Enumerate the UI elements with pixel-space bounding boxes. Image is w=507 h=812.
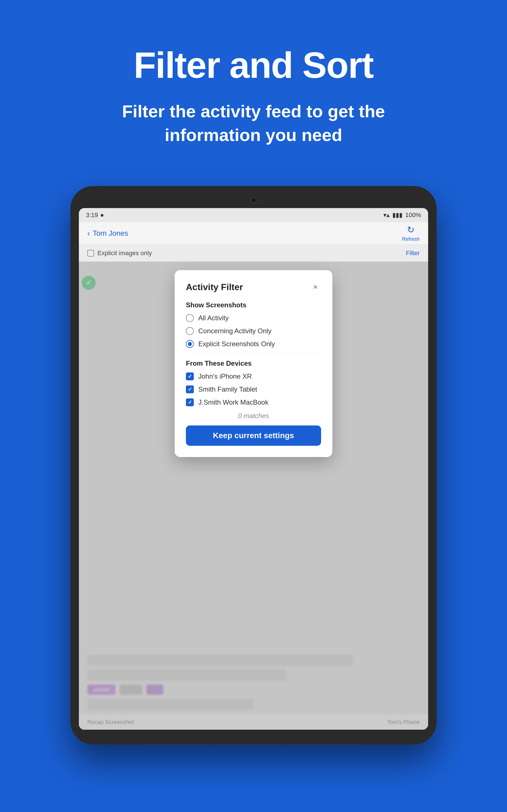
tablet-device: 3:19 ● ▾▴ ▮▮▮ 100% ‹ Tom Jones ↻ Refresh (70, 186, 437, 744)
close-icon: × (313, 283, 318, 292)
status-bar-left: 3:19 ● (86, 211, 104, 219)
filter-label: Filter (406, 250, 420, 257)
modal-overlay: Activity Filter × Show Screenshots All A… (79, 262, 428, 730)
tablet-screen: 3:19 ● ▾▴ ▮▮▮ 100% ‹ Tom Jones ↻ Refresh (79, 208, 428, 730)
filter-bar: Explicit images only Filter (79, 245, 428, 262)
matches-text: 0 matches (186, 412, 321, 420)
battery-level: 100% (405, 211, 421, 219)
wifi-icon: ▾▴ (383, 211, 390, 219)
radio-option-all-activity[interactable]: All Activity (186, 314, 321, 322)
radio-explicit-label: Explicit Screenshots Only (198, 340, 275, 348)
checkbox-macbook[interactable] (186, 398, 194, 406)
filter-bar-left: Explicit images only (87, 250, 152, 257)
show-screenshots-label: Show Screenshots (186, 301, 321, 309)
checkbox-iphone[interactable] (186, 372, 194, 380)
modal-header: Activity Filter × (186, 282, 321, 293)
device-iphone-label: John's iPhone XR (198, 372, 252, 380)
filter-button[interactable]: Filter (406, 250, 420, 257)
back-chevron-icon: ‹ (87, 229, 90, 238)
device-option-macbook[interactable]: J.Smith Work MacBook (186, 398, 321, 406)
nav-refresh-button[interactable]: ↻ Refresh (402, 224, 420, 242)
tablet-camera (250, 197, 257, 203)
nav-bar: ‹ Tom Jones ↻ Refresh (79, 222, 428, 245)
status-time: 3:19 (86, 211, 98, 219)
status-bar: 3:19 ● ▾▴ ▮▮▮ 100% (79, 208, 428, 222)
device-option-iphone[interactable]: John's iPhone XR (186, 372, 321, 380)
device-wrapper: 3:19 ● ▾▴ ▮▮▮ 100% ‹ Tom Jones ↻ Refresh (0, 186, 507, 744)
checkbox-tablet[interactable] (186, 386, 194, 393)
hero-title: Filter and Sort (133, 45, 373, 86)
refresh-icon: ↻ (407, 224, 414, 235)
device-macbook-label: J.Smith Work MacBook (198, 398, 269, 406)
status-dot: ● (100, 211, 104, 219)
modal-divider (186, 354, 321, 354)
screen-content: ✓ yahoo! (79, 262, 428, 730)
explicit-images-checkbox[interactable] (87, 250, 94, 257)
hero-section: Filter and Sort Filter the activity feed… (0, 0, 507, 169)
activity-filter-modal: Activity Filter × Show Screenshots All A… (175, 270, 332, 457)
hero-subtitle: Filter the activity feed to get the info… (84, 100, 422, 147)
explicit-images-label: Explicit images only (98, 250, 152, 257)
signal-icon: ▮▮▮ (392, 211, 402, 219)
nav-back-button[interactable]: ‹ Tom Jones (87, 229, 128, 238)
device-tablet-label: Smith Family Tablet (198, 386, 257, 393)
radio-concerning-label: Concerning Activity Only (198, 327, 272, 335)
radio-all-activity[interactable] (186, 314, 194, 322)
radio-explicit[interactable] (186, 340, 194, 348)
refresh-label: Refresh (402, 236, 420, 242)
radio-option-explicit[interactable]: Explicit Screenshots Only (186, 340, 321, 348)
tablet-notch-bar (79, 195, 428, 206)
modal-close-button[interactable]: × (310, 282, 321, 293)
radio-option-concerning[interactable]: Concerning Activity Only (186, 327, 321, 335)
nav-back-label: Tom Jones (93, 229, 128, 238)
keep-settings-button[interactable]: Keep current settings (186, 425, 321, 446)
modal-title: Activity Filter (186, 282, 243, 292)
device-option-tablet[interactable]: Smith Family Tablet (186, 386, 321, 393)
status-bar-right: ▾▴ ▮▮▮ 100% (383, 211, 421, 219)
radio-concerning[interactable] (186, 327, 194, 335)
radio-all-activity-label: All Activity (198, 314, 229, 322)
from-devices-label: From These Devices (186, 359, 321, 367)
